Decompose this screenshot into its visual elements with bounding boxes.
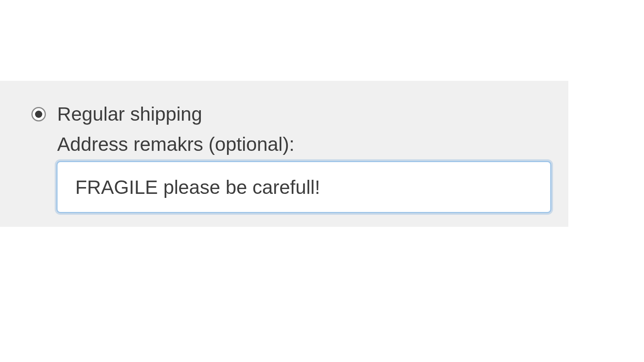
shipping-options-panel: Regular shipping Address remakrs (option… xyxy=(0,81,568,227)
shipping-option-regular-label: Regular shipping xyxy=(57,103,202,125)
radio-selected-icon xyxy=(31,107,46,121)
shipping-option-regular[interactable]: Regular shipping xyxy=(31,103,568,125)
address-remarks-input[interactable] xyxy=(56,161,551,213)
address-remarks-label: Address remakrs (optional): xyxy=(57,133,568,155)
